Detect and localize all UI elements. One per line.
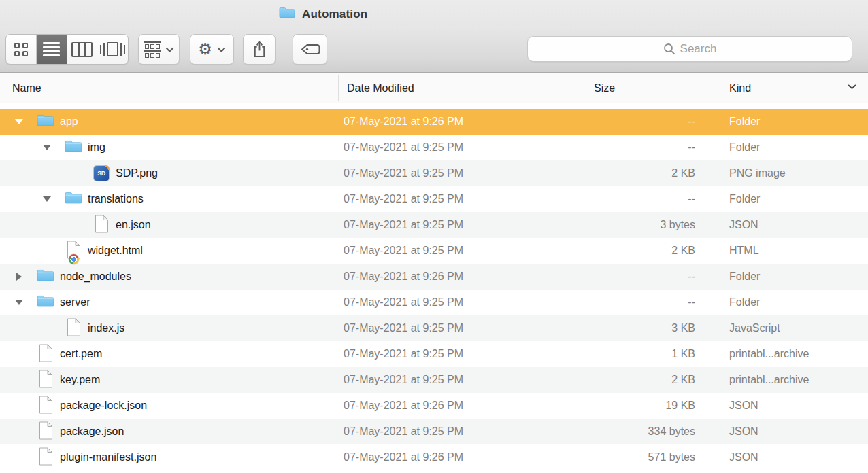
file-name: app — [60, 116, 78, 128]
document-icon — [95, 215, 109, 236]
date-modified-cell: 07-May-2021 at 9:25 PM — [338, 193, 580, 205]
file-icon-slot — [65, 241, 82, 262]
size-cell: 2 KB — [580, 374, 712, 386]
disclosure-triangle[interactable] — [12, 273, 26, 281]
group-button[interactable] — [138, 34, 180, 65]
name-cell: cert.pem — [0, 344, 338, 365]
kind-cell: Folder — [712, 193, 868, 205]
file-row[interactable]: translations 07-May-2021 at 9:25 PM -- F… — [0, 186, 868, 212]
column-header-kind[interactable]: Kind — [712, 73, 868, 103]
kind-cell: Folder — [712, 270, 868, 283]
icon-view-button[interactable] — [6, 35, 37, 64]
file-row[interactable]: widget.html 07-May-2021 at 9:25 PM 2 KB … — [0, 238, 868, 264]
file-icon-slot — [37, 268, 54, 285]
file-row[interactable]: SD SDP.png 07-May-2021 at 9:25 PM 2 KB P… — [0, 160, 868, 186]
file-row[interactable]: server 07-May-2021 at 9:25 PM -- Folder — [0, 290, 868, 315]
column-header-date-modified[interactable]: Date Modified — [338, 82, 580, 94]
file-icon-slot — [37, 294, 54, 311]
group-icon — [144, 41, 161, 58]
file-icon-slot — [65, 139, 82, 156]
name-cell: server — [0, 294, 338, 311]
tag-icon — [299, 41, 321, 57]
size-cell: -- — [580, 116, 712, 128]
date-modified-cell: 07-May-2021 at 9:25 PM — [338, 245, 580, 257]
column-view-button[interactable] — [67, 35, 98, 64]
column-header-kind-label: Kind — [729, 82, 751, 94]
disclosure-triangle[interactable] — [40, 196, 54, 202]
search-input[interactable]: Search — [527, 36, 852, 62]
file-icon-slot — [37, 370, 54, 391]
date-modified-cell: 07-May-2021 at 9:25 PM — [338, 167, 580, 179]
folder-icon — [37, 294, 54, 311]
folder-icon — [65, 139, 82, 156]
file-icon-slot — [37, 396, 54, 417]
file-icon-slot — [37, 447, 54, 468]
file-name: package.json — [60, 425, 124, 438]
list-view-button[interactable] — [37, 35, 67, 64]
disclosure-triangle[interactable] — [12, 300, 26, 305]
size-cell: 19 KB — [580, 400, 712, 412]
file-row[interactable]: app 07-May-2021 at 9:26 PM -- Folder — [0, 109, 868, 135]
date-modified-cell: 07-May-2021 at 9:25 PM — [338, 141, 580, 154]
name-cell: plugin-manifest.json — [0, 447, 338, 468]
kind-cell: PNG image — [712, 167, 868, 179]
file-row[interactable]: node_modules 07-May-2021 at 9:26 PM -- F… — [0, 264, 868, 290]
size-cell: -- — [580, 296, 712, 309]
date-modified-cell: 07-May-2021 at 9:25 PM — [338, 425, 580, 438]
header-separator[interactable] — [338, 75, 339, 101]
file-row[interactable]: img 07-May-2021 at 9:25 PM -- Folder — [0, 135, 868, 160]
column-view-icon — [71, 42, 93, 57]
file-name: node_modules — [60, 270, 131, 283]
date-modified-cell: 07-May-2021 at 9:26 PM — [338, 400, 580, 412]
chrome-logo — [69, 254, 79, 264]
kind-cell: Folder — [712, 141, 868, 154]
file-icon-slot — [65, 318, 82, 339]
document-icon — [39, 447, 53, 468]
date-modified-cell: 07-May-2021 at 9:25 PM — [338, 374, 580, 386]
size-cell: -- — [580, 141, 712, 154]
file-row[interactable]: package.json 07-May-2021 at 9:25 PM 334 … — [0, 419, 868, 444]
size-cell: 2 KB — [580, 245, 712, 257]
gallery-view-button[interactable] — [97, 35, 128, 64]
kind-cell: Folder — [712, 296, 868, 309]
file-row[interactable]: key.pem 07-May-2021 at 9:25 PM 2 KB prin… — [0, 367, 868, 393]
file-row[interactable]: plugin-manifest.json 07-May-2021 at 9:26… — [0, 444, 868, 470]
kind-cell: JSON — [712, 219, 868, 231]
file-list: app 07-May-2021 at 9:26 PM -- Folder img… — [0, 109, 868, 470]
view-segmented-control — [5, 34, 129, 65]
kind-cell: JavaScript — [712, 322, 868, 334]
file-name: img — [88, 141, 105, 154]
chrome-html-icon — [67, 241, 81, 262]
header-separator[interactable] — [712, 75, 712, 101]
file-row[interactable]: cert.pem 07-May-2021 at 9:25 PM 1 KB pri… — [0, 341, 868, 367]
file-name: en.json — [116, 219, 151, 231]
folder-icon — [65, 191, 82, 207]
header-separator[interactable] — [580, 75, 580, 101]
file-icon-slot — [93, 215, 110, 236]
file-row[interactable]: package-lock.json 07-May-2021 at 9:26 PM… — [0, 393, 868, 419]
search-placeholder: Search — [680, 42, 717, 56]
column-header-size[interactable]: Size — [580, 82, 712, 94]
disclosure-triangle[interactable] — [40, 145, 54, 150]
sort-chevron-down-icon — [847, 84, 857, 90]
tag-button[interactable] — [293, 34, 327, 65]
name-cell: translations — [0, 191, 338, 207]
action-button[interactable]: ⚙ — [190, 34, 234, 65]
disclosure-triangle[interactable] — [12, 119, 26, 124]
name-cell: app — [0, 113, 338, 130]
share-button[interactable] — [243, 34, 276, 65]
date-modified-cell: 07-May-2021 at 9:26 PM — [338, 451, 580, 463]
window-title-text: Automation — [302, 7, 367, 21]
size-cell: -- — [580, 193, 712, 205]
file-icon-slot — [37, 113, 54, 130]
file-row[interactable]: index.js 07-May-2021 at 9:25 PM 3 KB Jav… — [0, 315, 868, 341]
kind-cell: printabl...archive — [712, 374, 868, 386]
file-row[interactable]: en.json 07-May-2021 at 9:25 PM 3 bytes J… — [0, 212, 868, 238]
name-cell: key.pem — [0, 370, 338, 391]
document-icon — [39, 396, 53, 417]
gear-icon: ⚙ — [198, 41, 212, 57]
name-cell: img — [0, 139, 338, 156]
column-header-name[interactable]: Name — [0, 82, 338, 94]
size-cell: -- — [580, 270, 712, 283]
window-title: Automation — [279, 6, 367, 22]
